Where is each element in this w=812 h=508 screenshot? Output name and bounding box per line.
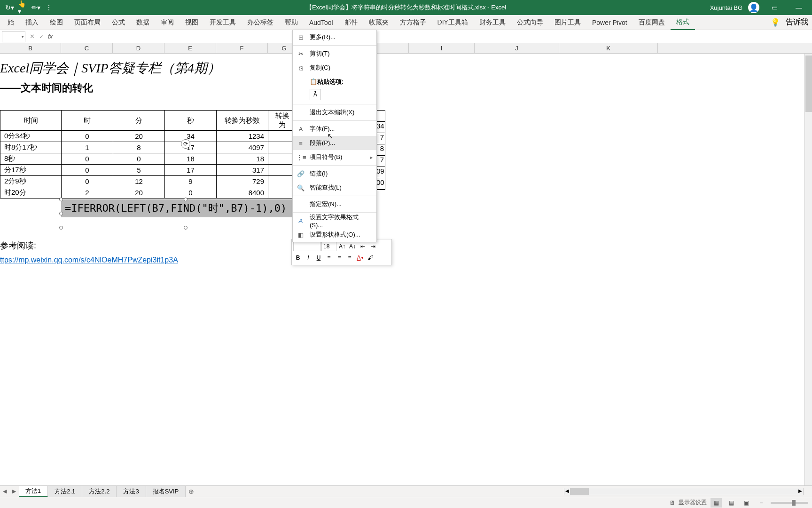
table-cell[interactable]: 34 [165,131,217,142]
table-cell[interactable]: 0 [62,131,113,142]
menu-shape-format[interactable]: ◧设置形状格式(O)... [293,228,376,242]
table-cell[interactable]: 18 [165,153,217,165]
page-layout-view-icon[interactable]: ▤ [726,498,737,508]
column-header[interactable]: J [475,43,559,53]
sheet-tab[interactable]: 方法1 [19,486,48,497]
zoom-out-icon[interactable]: − [756,498,767,508]
menu-link[interactable]: 🔗链接(I) [293,167,376,181]
menu-smart-lookup[interactable]: 🔍智能查找(L) [293,181,376,195]
qat-overflow-icon[interactable]: ⋮ [44,3,54,12]
menu-paragraph[interactable]: ≡段落(P)... [293,136,376,150]
tab-review[interactable]: 审阅 [155,15,180,30]
table-cell[interactable]: 8秒 [0,153,62,165]
font-color-icon[interactable]: A [355,253,365,262]
table-cell[interactable]: 分17秒 [0,165,62,176]
display-settings-icon[interactable]: 🖥 [669,500,675,506]
textbox-content[interactable]: =IFERROR(LEFT(B7,FIND("时",B7)-1),0) [61,199,310,217]
tab-nav-next-icon[interactable]: ▶ [9,488,19,494]
sheet-tab[interactable]: 方法2.2 [82,486,117,497]
column-header[interactable]: F [216,43,268,53]
table-cell[interactable]: 0 [62,165,113,176]
normal-view-icon[interactable]: ▦ [710,498,722,508]
align-center-icon[interactable]: ≡ [335,253,344,262]
menu-copy[interactable]: ⎘复制(C) [293,61,376,75]
zoom-slider[interactable] [771,502,808,504]
lightbulb-icon[interactable]: 💡 [771,18,780,27]
resize-handle[interactable] [184,198,187,201]
tab-formula-guide[interactable]: 公式向导 [511,15,549,30]
display-settings-label[interactable]: 显示器设置 [679,499,707,507]
minimize-icon[interactable]: — [789,0,808,15]
resize-handle[interactable] [184,226,187,230]
tab-diy[interactable]: DIY工具箱 [432,15,474,30]
italic-icon[interactable]: I [304,253,313,262]
table-cell[interactable]: 2 [62,187,113,198]
scrollbar-thumb[interactable] [805,56,812,112]
tab-audtool[interactable]: AudTool [304,15,339,30]
table-cell[interactable]: 0分34秒 [0,131,62,142]
worksheet[interactable]: Excel同学会｜SVIP答疑专栏（第4期） ——文本时间的转化 时间时分秒转换… [0,54,812,411]
table-cell[interactable]: 12 [113,176,165,187]
menu-text-effects[interactable]: A设置文字效果格式(S)... [293,214,376,228]
tab-mail[interactable]: 邮件 [339,15,363,30]
table-cell[interactable]: 8400 [217,187,268,198]
sheet-tab[interactable]: 报名SVIP [146,486,186,497]
tab-view[interactable]: 视图 [180,15,204,30]
tab-insert[interactable]: 插入 [20,15,44,30]
resize-handle[interactable] [59,212,63,215]
tab-home[interactable]: 始 [2,15,20,30]
table-cell[interactable]: 317 [217,165,268,176]
column-header[interactable]: B [0,43,61,53]
table-cell[interactable]: 9 [165,176,217,187]
formula-textbox[interactable]: ⟳ =IFERROR(LEFT(B7,FIND("时",B7)-1),0) [61,199,310,228]
tab-finance[interactable]: 财务工具 [474,15,511,30]
tab-draw[interactable]: 绘图 [44,15,69,30]
enter-icon[interactable]: ✓ [37,32,46,41]
name-box[interactable] [2,31,25,42]
paste-keep-text-icon[interactable]: Ā [310,89,321,100]
tab-data[interactable]: 数据 [131,15,155,30]
menu-cut[interactable]: ✂剪切(T) [293,47,376,61]
table-cell[interactable]: 0 [62,153,113,165]
tab-power-pivot[interactable]: Power Pivot [586,15,633,30]
tab-office[interactable]: 办公标签 [242,15,279,30]
brush-icon[interactable]: ✏▾ [31,3,40,12]
table-cell[interactable]: 0 [113,153,165,165]
avatar[interactable]: 👤 [748,2,759,13]
table-cell[interactable]: 20 [113,187,165,198]
menu-assign-macro[interactable]: 指定宏(N)... [293,197,376,211]
vertical-scrollbar[interactable] [804,54,812,485]
ribbon-display-icon[interactable]: ▭ [765,0,784,15]
cancel-icon[interactable]: ✕ [27,32,37,41]
horizontal-scrollbar[interactable]: ◀ ▶ [564,488,804,495]
tab-nav-prev-icon[interactable]: ◀ [0,488,9,494]
table-cell[interactable]: 8 [113,142,165,153]
tab-fanggezi[interactable]: 方方格子 [394,15,432,30]
fx-icon[interactable]: fx [48,33,53,40]
table-cell[interactable]: 729 [217,176,268,187]
sheet-tab[interactable]: 方法2.1 [48,486,82,497]
tab-baidu[interactable]: 百度网盘 [633,15,671,30]
resize-handle[interactable] [59,198,63,201]
font-size-input[interactable] [321,242,336,251]
resize-handle[interactable] [59,226,63,230]
decrease-indent-icon[interactable]: ⇤ [358,242,367,251]
table-cell[interactable]: 18 [217,153,268,165]
format-painter-icon[interactable]: 🖌 [366,253,375,262]
rotate-handle-icon[interactable]: ⟳ [181,139,190,149]
menu-bullets[interactable]: ⋮≡项目符号(B)▸ [293,150,376,164]
table-cell[interactable]: 2分9秒 [0,176,62,187]
page-break-view-icon[interactable]: ▣ [741,498,752,508]
formula-input[interactable] [55,31,812,42]
column-header[interactable]: C [61,43,113,53]
table-cell[interactable]: 0 [62,176,113,187]
tab-help[interactable]: 帮助 [279,15,304,30]
font-selector[interactable] [293,242,320,251]
scrollbar-thumb[interactable] [570,488,589,495]
menu-more[interactable]: ⊞更多(R)... [293,30,376,44]
column-header[interactable]: I [409,43,475,53]
scroll-left-icon[interactable]: ◀ [565,488,569,493]
table-cell[interactable]: 17 [165,165,217,176]
tab-image-tools[interactable]: 图片工具 [549,15,586,30]
touch-mode-icon[interactable]: 👆▾ [18,3,27,12]
